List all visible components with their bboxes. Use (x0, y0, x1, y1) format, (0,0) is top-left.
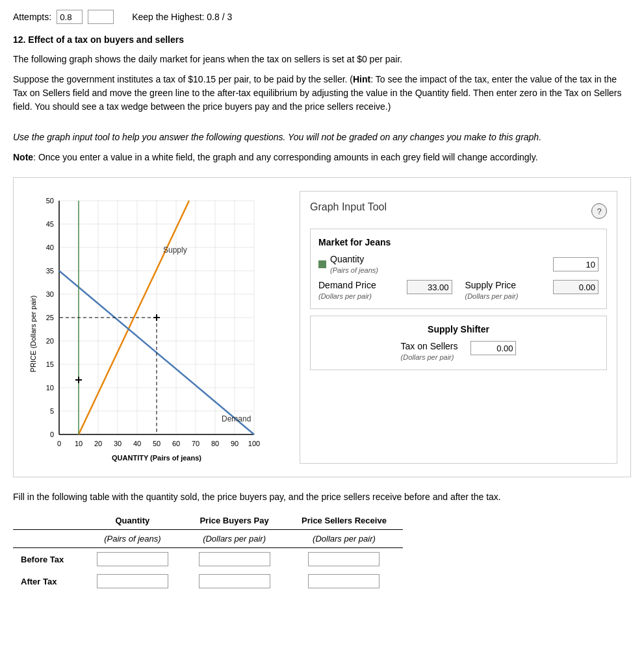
attempts-input-2[interactable] (88, 10, 114, 24)
col1-header: Quantity (82, 512, 184, 530)
before-tax-sellers-cell (285, 548, 403, 571)
keep-highest-label: Keep the Highest: 0.8 / 3 (132, 12, 232, 22)
table-header-row-2: (Pairs of jeans) (Dollars per pair) (Dol… (13, 530, 403, 548)
supply-price-input[interactable] (553, 280, 599, 294)
svg-text:100: 100 (248, 440, 260, 447)
after-tax-quantity-input[interactable] (97, 574, 168, 588)
market-title: Market for Jeans (318, 237, 599, 247)
help-button[interactable]: ? (591, 203, 607, 219)
before-tax-quantity-cell (82, 548, 184, 571)
before-tax-sellers-input[interactable] (308, 552, 380, 566)
after-tax-sellers-input[interactable] (308, 574, 380, 588)
demand-label: Demand (222, 414, 251, 423)
demand-price-input[interactable] (407, 280, 452, 294)
svg-text:45: 45 (46, 220, 54, 228)
table-section: Fill in the following table with the qua… (13, 490, 631, 592)
svg-text:0: 0 (50, 431, 54, 438)
supply-label: Supply (163, 245, 187, 255)
git-header: Graph Input Tool ? (310, 201, 607, 221)
svg-text:35: 35 (46, 267, 54, 275)
before-tax-quantity-input[interactable] (97, 552, 168, 566)
table-header-row-1: Quantity Price Buyers Pay Price Sellers … (13, 512, 403, 530)
git-title: Graph Input Tool (310, 201, 387, 213)
col2-subheader: (Dollars per pair) (183, 530, 285, 548)
chart-svg: PRICE (Dollars per pair) (27, 191, 280, 464)
svg-text:10: 10 (46, 384, 54, 392)
fill-table: Quantity Price Buyers Pay Price Sellers … (13, 512, 403, 592)
col0-subheader (13, 530, 82, 548)
svg-text:10: 10 (75, 440, 83, 447)
quantity-row: Quantity (Pairs of jeans) (318, 254, 599, 275)
supply-price-section: Supply Price (Dollars per pair) (465, 280, 547, 301)
before-tax-buyers-input[interactable] (199, 552, 270, 566)
svg-text:30: 30 (114, 440, 122, 447)
svg-text:60: 60 (172, 440, 180, 447)
supply-shifter-title: Supply Shifter (318, 324, 599, 334)
svg-text:QUANTITY (Pairs of jeans): QUANTITY (Pairs of jeans) (112, 454, 201, 462)
bold-note: Note: Once you enter a value in a white … (13, 151, 631, 164)
demand-price-section: Demand Price (Dollars per pair) (318, 280, 400, 301)
col2-header: Price Buyers Pay (183, 512, 285, 530)
italic-note: Use the graph input tool to help you ans… (13, 131, 631, 144)
market-section: Market for Jeans Quantity (Pairs of jean… (310, 229, 607, 309)
after-tax-sellers-cell (285, 570, 403, 592)
svg-text:90: 90 (231, 440, 238, 447)
svg-text:40: 40 (133, 440, 141, 447)
graph-container: PRICE (Dollars per pair) (13, 177, 631, 477)
attempts-input[interactable] (57, 10, 83, 24)
quantity-input[interactable] (553, 257, 599, 271)
svg-text:15: 15 (46, 360, 54, 368)
question-title: 12. Effect of a tax on buyers and seller… (13, 34, 631, 45)
chart-area: PRICE (Dollars per pair) (27, 191, 287, 464)
quantity-indicator (318, 260, 326, 268)
price-row: Demand Price (Dollars per pair) Supply P… (318, 280, 599, 301)
after-tax-buyers-cell (183, 570, 285, 592)
before-tax-buyers-cell (183, 548, 285, 571)
before-tax-label: Before Tax (13, 548, 82, 571)
col1-subheader: (Pairs of jeans) (82, 530, 184, 548)
svg-text:PRICE (Dollars per pair): PRICE (Dollars per pair) (29, 295, 37, 373)
svg-text:40: 40 (46, 244, 54, 251)
svg-text:5: 5 (50, 407, 54, 415)
tax-label-section: Tax on Sellers (Dollars per pair) (401, 341, 458, 362)
after-tax-label: After Tax (13, 570, 82, 592)
svg-text:80: 80 (211, 440, 219, 447)
after-tax-quantity-cell (82, 570, 184, 592)
supply-shifter-section: Supply Shifter Tax on Sellers (Dollars p… (310, 316, 607, 370)
tax-on-sellers-row: Tax on Sellers (Dollars per pair) (318, 341, 599, 362)
svg-text:0: 0 (57, 440, 61, 447)
svg-text:50: 50 (46, 197, 54, 205)
attempts-row: Attempts: Keep the Highest: 0.8 / 3 (13, 10, 631, 24)
tax-on-sellers-input[interactable] (470, 341, 516, 355)
svg-text:25: 25 (46, 314, 54, 321)
table-intro: Fill in the following table with the qua… (13, 490, 631, 504)
svg-text:30: 30 (46, 290, 54, 298)
svg-text:20: 20 (46, 337, 54, 345)
svg-text:50: 50 (153, 440, 161, 447)
graph-input-panel: Graph Input Tool ? Market for Jeans Quan… (300, 191, 617, 464)
before-tax-row: Before Tax (13, 548, 403, 571)
paragraph-2: Suppose the government institutes a tax … (13, 73, 631, 114)
svg-text:70: 70 (192, 440, 200, 447)
col3-subheader: (Dollars per pair) (285, 530, 403, 548)
after-tax-buyers-input[interactable] (199, 574, 270, 588)
paragraph-1: The following graph shows the daily mark… (13, 53, 631, 66)
attempts-label: Attempts: (13, 12, 51, 22)
after-tax-row: After Tax (13, 570, 403, 592)
svg-text:20: 20 (94, 440, 102, 447)
col0-header (13, 512, 82, 530)
quantity-label: Quantity (Pairs of jeans) (330, 254, 378, 275)
col3-header: Price Sellers Receive (285, 512, 403, 530)
